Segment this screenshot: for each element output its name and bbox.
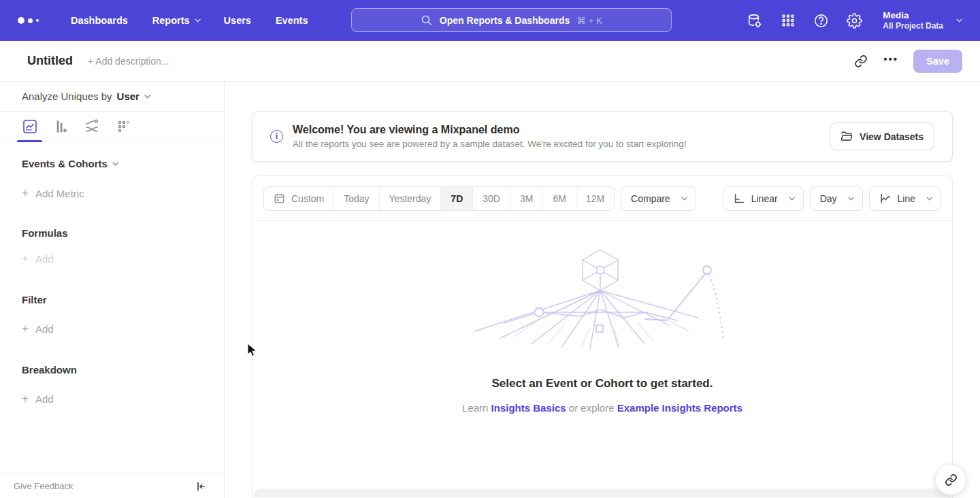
nav-item-users[interactable]: Users [224, 15, 251, 26]
breakdown-header: Breakdown [22, 364, 224, 376]
scale-dropdown[interactable]: Linear [723, 186, 804, 211]
tab-flows-chart[interactable] [83, 112, 101, 142]
collapse-sidebar-icon[interactable] [195, 481, 206, 492]
insights-basics-link[interactable]: Insights Basics [491, 402, 566, 414]
linear-axis-icon [733, 193, 745, 205]
wireframe-illustration [252, 244, 952, 352]
folder-icon [840, 130, 853, 143]
add-filter-button[interactable]: +Add [22, 322, 224, 335]
info-icon: i [270, 130, 283, 143]
analyze-label: Analyze Uniques by [22, 90, 112, 102]
report-canvas: i Welcome! You are viewing a Mixpanel de… [225, 82, 980, 498]
give-feedback-link[interactable]: Give Feedback [14, 481, 73, 491]
project-scope: All Project Data [883, 21, 943, 31]
chevron-down-icon [144, 93, 150, 98]
search-icon [421, 14, 433, 27]
settings-gear-icon[interactable] [847, 13, 862, 29]
date-range-7d[interactable]: 7D [440, 187, 472, 210]
project-name: Media [883, 10, 943, 21]
add-description-field[interactable]: + Add description... [88, 56, 169, 67]
line-chart-icon [879, 193, 892, 205]
demo-welcome-banner: i Welcome! You are viewing a Mixpanel de… [252, 111, 953, 162]
calendar-icon [274, 193, 285, 204]
date-range-3m[interactable]: 3M [510, 187, 542, 210]
tab-retention-chart[interactable] [114, 112, 133, 142]
chevron-down-icon [956, 16, 962, 22]
add-formula-button[interactable]: +Add [22, 252, 224, 265]
empty-state-title: Select an Event or Cohort to get started… [252, 377, 952, 391]
data-management-icon[interactable] [747, 13, 762, 29]
date-range-custom[interactable]: Custom [264, 187, 333, 210]
tab-bar-chart[interactable] [52, 112, 70, 142]
filter-header: Filter [22, 294, 224, 305]
date-range-12m[interactable]: 12M [576, 187, 614, 210]
chevron-down-icon [195, 16, 200, 22]
tab-insights-chart[interactable] [20, 112, 39, 142]
nav-item-reports[interactable]: Reports [152, 15, 199, 26]
example-reports-link[interactable]: Example Insights Reports [617, 402, 742, 414]
top-nav: Dashboards Reports Users Events Open Rep… [0, 0, 980, 41]
chart-type-dropdown[interactable]: Line [869, 186, 941, 211]
date-range-yesterday[interactable]: Yesterday [379, 187, 441, 210]
report-header: Untitled + Add description... ••• Save [0, 41, 980, 82]
copy-link-icon[interactable] [853, 54, 868, 69]
nav-items: Dashboards Reports Users Events [71, 15, 308, 26]
more-options-button[interactable]: ••• [883, 53, 898, 65]
date-range-30d[interactable]: 30D [472, 187, 510, 210]
search-shortcut: ⌘ + K [576, 15, 602, 26]
global-search-input[interactable]: Open Reports & Dashboards ⌘ + K [351, 8, 672, 32]
formulas-header: Formulas [22, 227, 224, 239]
mixpanel-insights-page: Dashboards Reports Users Events Open Rep… [0, 0, 980, 498]
visualization-tabs [0, 112, 224, 142]
nav-right: Media All Project Data [747, 0, 980, 41]
mixpanel-logo-icon[interactable] [18, 17, 50, 24]
analyze-row: Analyze Uniques by User [0, 82, 224, 112]
date-range-selector: Custom Today Yesterday 7D 30D 3M 6M 12M [263, 186, 615, 211]
copy-report-link-button[interactable] [935, 464, 966, 495]
analyze-by-dropdown[interactable]: User [117, 90, 149, 102]
compare-dropdown[interactable]: Compare [621, 186, 696, 211]
banner-subtitle: All the reports you see are powered by a… [293, 139, 687, 149]
chart-controls: Custom Today Yesterday 7D 30D 3M 6M 12M … [252, 176, 952, 221]
nav-item-dashboards[interactable]: Dashboards [71, 15, 128, 26]
banner-title: Welcome! You are viewing a Mixpanel demo [293, 124, 687, 136]
nav-item-events[interactable]: Events [276, 15, 308, 26]
empty-state-help: Learn Insights Basics or explore Example… [252, 402, 952, 414]
add-breakdown-button[interactable]: +Add [22, 392, 224, 405]
empty-state: Select an Event or Cohort to get started… [252, 221, 952, 414]
date-range-today[interactable]: Today [333, 187, 378, 210]
events-cohorts-header[interactable]: Events & Cohorts [22, 158, 224, 169]
sidebar-footer: Give Feedback [0, 474, 224, 498]
project-switcher[interactable]: Media All Project Data [883, 10, 961, 31]
report-title[interactable]: Untitled [27, 54, 73, 68]
insights-chart-card: Custom Today Yesterday 7D 30D 3M 6M 12M … [252, 176, 953, 498]
apps-grid-icon[interactable] [780, 13, 796, 29]
save-button[interactable]: Save [913, 50, 962, 73]
add-metric-button[interactable]: +Add Metric [22, 186, 224, 200]
date-range-6m[interactable]: 6M [542, 187, 575, 210]
help-icon[interactable] [813, 13, 829, 29]
breakdown-table-peek [254, 488, 951, 497]
search-placeholder: Open Reports & Dashboards [440, 15, 570, 26]
interval-dropdown[interactable]: Day [810, 186, 863, 211]
query-builder-sidebar: Analyze Uniques by User Events & Cohort [0, 82, 225, 498]
view-datasets-button[interactable]: View Datasets [830, 122, 934, 150]
